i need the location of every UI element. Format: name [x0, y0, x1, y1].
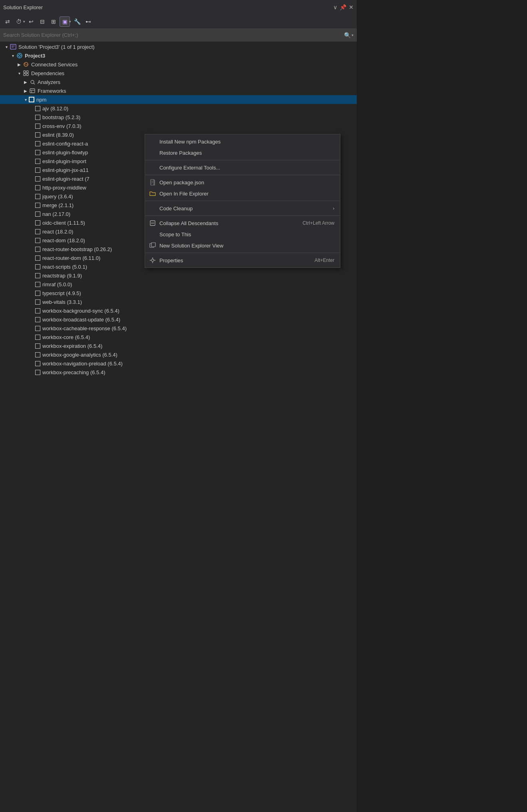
menu-item-new-solution-view[interactable]: New Solution Explorer View [145, 240, 340, 251]
history-dropdown-arrow[interactable]: ▾ [23, 20, 25, 24]
pin-icon[interactable]: 📌 [340, 4, 346, 10]
search-dropdown-arrow[interactable]: ▾ [352, 33, 354, 37]
package-npm-icon [35, 115, 40, 120]
collapse-icon: ⊟ [40, 18, 45, 25]
show-all-button[interactable]: ⊞ [48, 16, 59, 27]
scope-to-this-label: Scope to This [159, 231, 191, 237]
open-file-explorer-icon [149, 190, 156, 197]
dependencies-collapse-arrow[interactable]: ▾ [16, 71, 22, 76]
code-cleanup-label: Code Cleanup [159, 205, 193, 211]
package-node[interactable]: ▶ typescript (4.9.5) [0, 289, 357, 297]
package-node[interactable]: ▶ workbox-expiration (6.5.4) [0, 341, 357, 350]
menu-item-configure-tools[interactable]: Configure External Tools... [145, 162, 340, 173]
svg-rect-10 [24, 71, 26, 73]
sync-button[interactable]: ⇄ [2, 16, 13, 27]
connected-services-icon [22, 61, 30, 68]
package-npm-icon [35, 299, 40, 305]
svg-rect-26 [151, 243, 155, 247]
separator-4 [145, 215, 340, 216]
filter-dropdown-arrow[interactable]: ▾ [69, 20, 71, 24]
frameworks-node[interactable]: ▶ Frameworks [0, 86, 357, 95]
svg-rect-16 [30, 89, 35, 93]
frameworks-expand-arrow[interactable]: ▶ [22, 89, 29, 93]
package-node[interactable]: ▶ workbox-google-analytics (6.5.4) [0, 350, 357, 359]
package-label: workbox-precaching (6.5.4) [42, 369, 355, 375]
package-node[interactable]: ▶ workbox-broadcast-update (6.5.4) [0, 315, 357, 324]
analyzers-expand-arrow[interactable]: ▶ [22, 80, 29, 84]
package-npm-icon [35, 176, 40, 182]
npm-collapse-arrow[interactable]: ▾ [22, 98, 29, 102]
package-npm-icon [35, 238, 40, 243]
package-npm-icon [35, 185, 40, 190]
svg-point-4 [19, 55, 21, 57]
svg-point-14 [31, 80, 34, 84]
menu-item-install-npm[interactable]: Install New npm Packages [145, 136, 340, 147]
package-npm-icon [35, 106, 40, 111]
separator-2 [145, 175, 340, 175]
pending-button[interactable]: ⊷ [83, 16, 93, 27]
menu-item-scope-to-this[interactable]: Scope to This [145, 229, 340, 240]
package-node[interactable]: ▶ bootstrap (5.2.3) [0, 113, 357, 122]
npm-label: npm [36, 97, 355, 103]
sync-icon: ⇄ [5, 18, 10, 25]
search-icon[interactable]: 🔍 [344, 32, 351, 38]
menu-item-open-file-explorer[interactable]: Open In File Explorer [145, 188, 340, 199]
project-node[interactable]: ▾ Project3 [0, 51, 357, 60]
close-icon[interactable]: ✕ [349, 4, 354, 10]
menu-item-properties[interactable]: Properties Alt+Enter [145, 255, 340, 266]
dependencies-label: Dependencies [31, 70, 355, 76]
package-npm-icon [35, 168, 40, 173]
package-npm-icon [35, 150, 40, 155]
settings-button[interactable]: 🔧 [72, 16, 82, 27]
package-npm-icon [35, 282, 40, 287]
menu-item-open-package-json[interactable]: Open package.json [145, 177, 340, 188]
solution-collapse-arrow[interactable]: ▾ [3, 45, 10, 49]
scope-to-this-icon [149, 231, 156, 238]
package-npm-icon [35, 220, 40, 225]
new-solution-view-icon [149, 242, 156, 249]
title-bar-icons: ∨ 📌 ✕ [333, 4, 354, 10]
show-all-icon: ⊞ [51, 18, 56, 25]
package-node[interactable]: ▶ cross-env (7.0.3) [0, 122, 357, 130]
package-node[interactable]: ▶ workbox-core (6.5.4) [0, 333, 357, 341]
package-node[interactable]: ▶ workbox-cacheable-response (6.5.4) [0, 324, 357, 333]
package-npm-icon [35, 124, 40, 129]
package-npm-icon [35, 343, 40, 349]
package-node[interactable]: ▶ ajv (8.12.0) [0, 104, 357, 113]
package-node[interactable]: ▶ reactstrap (9.1.9) [0, 271, 357, 280]
package-node[interactable]: ▶ workbox-background-sync (6.5.4) [0, 306, 357, 315]
search-input[interactable] [3, 32, 344, 38]
package-node[interactable]: ▶ rimraf (5.0.0) [0, 280, 357, 289]
package-node[interactable]: ▶ workbox-navigation-preload (6.5.4) [0, 359, 357, 368]
solution-icon [10, 43, 17, 50]
package-label: cross-env (7.0.3) [42, 123, 355, 129]
properties-label: Properties [159, 257, 183, 263]
separator-1 [145, 160, 340, 160]
back-button[interactable]: ↩ [26, 16, 36, 27]
package-node[interactable]: ▶ web-vitals (3.3.1) [0, 297, 357, 306]
code-cleanup-submenu-arrow: › [333, 206, 334, 211]
history-button[interactable]: ⏱ [14, 16, 24, 27]
package-npm-icon [35, 335, 40, 340]
menu-item-restore-packages[interactable]: Restore Packages [145, 147, 340, 158]
filter-button[interactable]: ▣ [60, 16, 70, 27]
install-npm-icon [149, 138, 156, 145]
package-npm-icon [35, 194, 40, 199]
collapse-all-toolbar-button[interactable]: ⊟ [37, 16, 48, 27]
solution-node[interactable]: ▾ Solution 'Project3' (1 of 1 project) [0, 42, 357, 51]
menu-item-code-cleanup[interactable]: Code Cleanup › [145, 203, 340, 214]
search-bar: 🔍 ▾ [0, 29, 357, 42]
project-collapse-arrow[interactable]: ▾ [10, 54, 16, 58]
package-node[interactable]: ▶ workbox-precaching (6.5.4) [0, 368, 357, 377]
analyzers-node[interactable]: ▶ Analyzers [0, 78, 357, 86]
minimize-icon[interactable]: ∨ [333, 4, 337, 10]
open-package-json-label: Open package.json [159, 180, 204, 186]
connected-services-expand-arrow[interactable]: ▶ [16, 62, 22, 67]
configure-tools-label: Configure External Tools... [159, 165, 220, 171]
toolbar: ⇄ ⏱ ▾ ↩ ⊟ ⊞ ▣ ▾ 🔧 ⊷ [0, 14, 357, 29]
dependencies-node[interactable]: ▾ Dependencies [0, 69, 357, 78]
separator-5 [145, 253, 340, 253]
menu-item-collapse-all[interactable]: Collapse All Descendants Ctrl+Left Arrow [145, 217, 340, 229]
connected-services-node[interactable]: ▶ Connected Services [0, 60, 357, 69]
npm-node[interactable]: ▾ npm [0, 95, 357, 104]
